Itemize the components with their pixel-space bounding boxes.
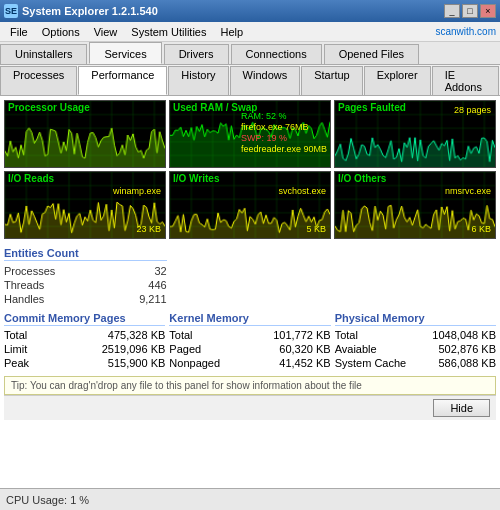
app-title: System Explorer 1.2.1.540 xyxy=(22,5,158,17)
pages-faulted-title: Pages Faulted xyxy=(338,102,406,113)
kernel-memory-title: Kernel Memory xyxy=(169,312,330,326)
io-writes-title: I/O Writes xyxy=(173,173,220,184)
menu-items: File Options View System Utilities Help xyxy=(4,25,249,39)
cpu-status: CPU Usage: 1 % xyxy=(6,494,89,506)
processor-usage-chart: Processor Usage xyxy=(4,100,166,168)
ram-swap-chart: Used RAM / Swap RAM: 52 % firefox.exe 76… xyxy=(169,100,331,168)
tab-ie-addons[interactable]: IE Addons xyxy=(432,66,499,95)
tip-area: Tip: You can drag'n'drop any file to thi… xyxy=(4,376,496,395)
io-writes-proc: svchost.exe xyxy=(278,186,326,196)
kernel-paged: Paged 60,320 KB xyxy=(169,342,330,356)
entities-threads-value: 446 xyxy=(148,279,166,291)
entities-box: Entities Count Processes 32 Threads 446 … xyxy=(4,247,167,306)
stats-section: Entities Count Processes 32 Threads 446 … xyxy=(4,247,496,306)
entities-processes-label: Processes xyxy=(4,265,55,277)
kernel-total-label: Total xyxy=(169,329,192,341)
commit-limit-value: 2519,096 KB xyxy=(102,343,166,355)
tab-row-1: Uninstallers Services Drivers Connection… xyxy=(0,42,500,65)
physical-cache-label: System Cache xyxy=(335,357,407,369)
commit-peak-value: 515,900 KB xyxy=(108,357,166,369)
kernel-paged-value: 60,320 KB xyxy=(279,343,330,355)
physical-available: Avaiable 502,876 KB xyxy=(335,342,496,356)
io-reads-proc: winamp.exe xyxy=(113,186,161,196)
kernel-nonpaged-label: Nonpaged xyxy=(169,357,220,369)
tab-history[interactable]: History xyxy=(168,66,228,95)
physical-total: Total 1048,048 KB xyxy=(335,328,496,342)
hide-button[interactable]: Hide xyxy=(433,399,490,417)
menu-system-utilities[interactable]: System Utilities xyxy=(125,25,212,39)
tab-row-2: Processes Performance History Windows St… xyxy=(0,65,500,96)
entities-handles: Handles 9,211 xyxy=(4,292,167,306)
charts-row-2: I/O Reads winamp.exe 23 KB I/O Writes sv… xyxy=(4,171,496,239)
tab-opened-files[interactable]: Opened Files xyxy=(324,44,419,64)
menu-help[interactable]: Help xyxy=(215,25,250,39)
feedreader-label: feedreader.exe 90MB xyxy=(241,144,327,154)
minimize-button[interactable]: _ xyxy=(444,4,460,18)
kernel-total-value: 101,772 KB xyxy=(273,329,331,341)
ram-labels: RAM: 52 % firefox.exe 76MB SWP: 19 % fee… xyxy=(241,111,327,154)
kernel-nonpaged: Nonpaged 41,452 KB xyxy=(169,356,330,370)
physical-available-value: 502,876 KB xyxy=(438,343,496,355)
ram-percent: RAM: 52 % xyxy=(241,111,327,121)
main-content: Processor Usage Used RAM / Swap RAM: 52 … xyxy=(0,96,500,488)
kernel-nonpaged-value: 41,452 KB xyxy=(279,357,330,369)
commit-total: Total 475,328 KB xyxy=(4,328,165,342)
entities-handles-label: Handles xyxy=(4,293,44,305)
menu-bar: File Options View System Utilities Help … xyxy=(0,22,500,42)
commit-memory-title: Commit Memory Pages xyxy=(4,312,165,326)
commit-peak-label: Peak xyxy=(4,357,29,369)
status-bar: CPU Usage: 1 % xyxy=(0,488,500,510)
tab-startup[interactable]: Startup xyxy=(301,66,362,95)
io-writes-value: 5 KB xyxy=(306,224,326,234)
close-button[interactable]: × xyxy=(480,4,496,18)
maximize-button[interactable]: □ xyxy=(462,4,478,18)
physical-memory-title: Physical Memory xyxy=(335,312,496,326)
firefox-label: firefox.exe 76MB xyxy=(241,122,327,132)
window-controls: _ □ × xyxy=(444,4,496,18)
pages-faulted-chart: Pages Faulted 28 pages xyxy=(334,100,496,168)
tab-services[interactable]: Services xyxy=(89,42,161,64)
physical-total-label: Total xyxy=(335,329,358,341)
tab-uninstallers[interactable]: Uninstallers xyxy=(0,44,87,64)
io-others-title: I/O Others xyxy=(338,173,386,184)
io-reads-chart: I/O Reads winamp.exe 23 KB xyxy=(4,171,166,239)
kernel-memory-box: Kernel Memory Total 101,772 KB Paged 60,… xyxy=(169,312,330,370)
physical-cache-value: 586,088 KB xyxy=(438,357,496,369)
io-reads-value: 23 KB xyxy=(136,224,161,234)
physical-memory-box: Physical Memory Total 1048,048 KB Avaiab… xyxy=(335,312,496,370)
io-others-chart: I/O Others nmsrvc.exe 6 KB xyxy=(334,171,496,239)
commit-limit-label: Limit xyxy=(4,343,27,355)
tab-drivers[interactable]: Drivers xyxy=(164,44,229,64)
physical-cache: System Cache 586,088 KB xyxy=(335,356,496,370)
kernel-total: Total 101,772 KB xyxy=(169,328,330,342)
entities-handles-value: 9,211 xyxy=(139,293,167,305)
tab-explorer[interactable]: Explorer xyxy=(364,66,431,95)
menu-view[interactable]: View xyxy=(88,25,124,39)
commit-memory-box: Commit Memory Pages Total 475,328 KB Lim… xyxy=(4,312,165,370)
physical-available-label: Avaiable xyxy=(335,343,377,355)
commit-total-value: 475,328 KB xyxy=(108,329,166,341)
entities-threads: Threads 446 xyxy=(4,278,167,292)
swp-percent: SWP: 19 % xyxy=(241,133,327,143)
app-icon: SE xyxy=(4,4,18,18)
kernel-paged-label: Paged xyxy=(169,343,201,355)
menu-options[interactable]: Options xyxy=(36,25,86,39)
title-bar: SE System Explorer 1.2.1.540 _ □ × xyxy=(0,0,500,22)
physical-total-value: 1048,048 KB xyxy=(432,329,496,341)
io-writes-chart: I/O Writes svchost.exe 5 KB xyxy=(169,171,331,239)
memory-section: Commit Memory Pages Total 475,328 KB Lim… xyxy=(4,312,496,370)
io-reads-title: I/O Reads xyxy=(8,173,54,184)
processor-usage-title: Processor Usage xyxy=(8,102,90,113)
tab-windows[interactable]: Windows xyxy=(230,66,301,95)
pages-faulted-value: 28 pages xyxy=(454,105,491,115)
tab-processes[interactable]: Processes xyxy=(0,66,77,95)
commit-peak: Peak 515,900 KB xyxy=(4,356,165,370)
entities-title: Entities Count xyxy=(4,247,167,261)
scanwith-link[interactable]: scanwith.com xyxy=(435,26,496,37)
charts-row-1: Processor Usage Used RAM / Swap RAM: 52 … xyxy=(4,100,496,168)
menu-file[interactable]: File xyxy=(4,25,34,39)
tab-connections[interactable]: Connections xyxy=(231,44,322,64)
tab-performance[interactable]: Performance xyxy=(78,66,167,95)
entities-processes: Processes 32 xyxy=(4,264,167,278)
io-others-proc: nmsrvc.exe xyxy=(445,186,491,196)
